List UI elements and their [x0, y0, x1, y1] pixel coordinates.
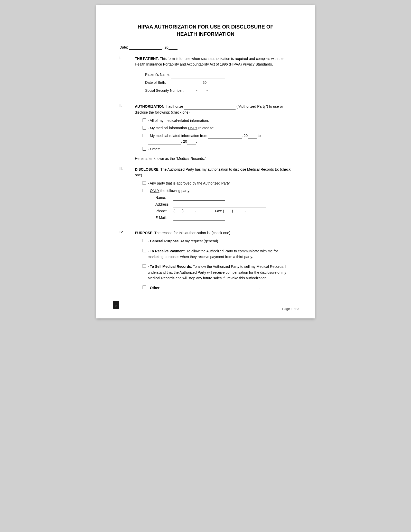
section-II-intro: AUTHORIZATION. I authorize ("Authorized … — [135, 104, 292, 115]
date-label: Date: — [119, 45, 128, 49]
checkbox-any-party[interactable] — [143, 181, 146, 185]
page-footer: e Page 1 of 3 — [96, 300, 315, 311]
section-I-text: THE PATIENT. This form is for use when s… — [135, 56, 292, 67]
section-I-num: I. — [119, 56, 135, 98]
option-only-party: - ONLY the following party: Name: Addres… — [143, 188, 292, 222]
checkbox-general-purpose[interactable] — [143, 239, 146, 242]
section-II-content: AUTHORIZATION. I authorize ("Authorized … — [135, 104, 292, 161]
date-line: Date: , 20 — [119, 45, 292, 50]
purpose-sell: - To Sell Medical Records. To allow the … — [143, 264, 292, 281]
section-IV: IV. PURPOSE. The reason for this authori… — [119, 230, 292, 295]
section-IV-heading: PURPOSE — [135, 231, 152, 235]
checkbox-date-range[interactable] — [143, 134, 146, 137]
section-I-heading: THE PATIENT — [135, 57, 158, 61]
ssn-row: Social Security Number: - - — [145, 87, 220, 94]
footer-logo: e — [112, 300, 121, 311]
footer-page-text: Page 1 of 3 — [282, 307, 300, 311]
patient-name-row: Patient's Name: — [145, 71, 225, 78]
party-phone-row: Phone: ( ) - Fax: ( ) - — [155, 208, 292, 214]
section-II-options: - All of my medical-related information.… — [143, 118, 292, 152]
section-III-content: DISCLOSURE. The Authorized Party has my … — [135, 167, 292, 225]
option-any-party: - Any party that is approved by the Auth… — [143, 181, 292, 186]
checkbox-payment[interactable] — [143, 249, 146, 252]
option-only-related: - My medical information ONLY related to… — [143, 125, 292, 131]
hereinafter-text: Hereinafter known as the "Medical Record… — [135, 156, 292, 161]
purpose-payment: - To Receive Payment. To allow the Autho… — [143, 248, 292, 260]
checkbox-other-IV[interactable] — [143, 286, 146, 289]
party-name-row: Name: — [155, 195, 292, 201]
checkbox-only-related[interactable] — [143, 126, 146, 130]
section-II: II. AUTHORIZATION. I authorize ("Authori… — [119, 104, 292, 161]
section-IV-num: IV. — [119, 230, 135, 295]
ssn-label: Social Security Number: — [145, 88, 184, 93]
option-other: - Other: . — [143, 146, 292, 152]
section-III-intro: DISCLOSURE. The Authorized Party has my … — [135, 167, 292, 178]
section-IV-intro: PURPOSE. The reason for this authorizati… — [135, 230, 292, 236]
dob-label: Date of Birth: — [145, 80, 166, 85]
section-III-num: III. — [119, 167, 135, 225]
section-IV-content: PURPOSE. The reason for this authorizati… — [135, 230, 292, 295]
svg-text:e: e — [115, 304, 117, 308]
year-prefix: 20 — [164, 45, 169, 49]
title-line2: HEALTH INFORMATION — [119, 30, 292, 38]
option-date-range: - My medical-related information from , … — [143, 133, 292, 144]
dob-row: Date of Birth: , 20 — [145, 79, 216, 86]
section-III-heading: DISCLOSURE — [135, 167, 158, 171]
document-title: HIPAA AUTHORIZATION FOR USE OR DISCLOSUR… — [119, 23, 292, 38]
section-III: III. DISCLOSURE. The Authorized Party ha… — [119, 167, 292, 225]
party-email-row: E-Mail: — [155, 215, 292, 221]
checkbox-only-party[interactable] — [143, 189, 146, 192]
document-page: HIPAA AUTHORIZATION FOR USE OR DISCLOSUR… — [96, 5, 315, 318]
efile-icon: e — [112, 300, 121, 310]
section-III-options: - Any party that is approved by the Auth… — [143, 181, 292, 222]
section-I-content: THE PATIENT. This form is for use when s… — [135, 56, 292, 98]
section-I: I. THE PATIENT. This form is for use whe… — [119, 56, 292, 98]
purpose-other: - Other: . — [143, 285, 292, 291]
patient-info-block: Patient's Name: Date of Birth: , 20 Soci… — [145, 71, 292, 95]
checkbox-other-II[interactable] — [143, 147, 146, 151]
disclosure-info-block: Name: Address: — [155, 195, 292, 221]
title-line1: HIPAA AUTHORIZATION FOR USE OR DISCLOSUR… — [119, 23, 292, 30]
section-II-num: II. — [119, 104, 135, 161]
checkbox-all-medical[interactable] — [143, 118, 146, 122]
party-address-row: Address: — [155, 202, 292, 207]
checkbox-sell[interactable] — [143, 264, 146, 268]
purpose-general: - General Purpose. At my request (genera… — [143, 238, 292, 244]
section-IV-options: - General Purpose. At my request (genera… — [143, 238, 292, 291]
section-II-heading: AUTHORIZATION — [135, 104, 164, 108]
patient-name-label: Patient's Name: — [145, 72, 170, 77]
option-all-medical: - All of my medical-related information. — [143, 118, 292, 123]
